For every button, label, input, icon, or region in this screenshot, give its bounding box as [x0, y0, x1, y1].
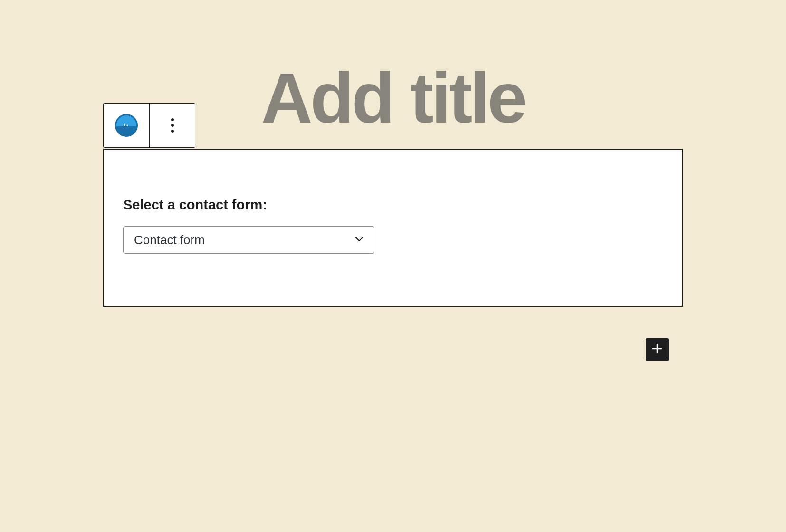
mountain-icon [115, 114, 138, 137]
contact-form-block: Select a contact form: Contact form [103, 149, 683, 307]
add-block-button[interactable] [646, 338, 669, 361]
plus-icon [650, 342, 664, 358]
block-toolbar [103, 103, 195, 148]
page-title-input[interactable]: Add title [261, 57, 525, 139]
select-value: Contact form [134, 233, 205, 247]
select-label: Select a contact form: [123, 197, 663, 213]
editor-area: Select a contact form: Contact form [103, 149, 683, 307]
contact-form-select[interactable]: Contact form [123, 226, 374, 254]
block-more-options-button[interactable] [149, 104, 195, 147]
block-type-button[interactable] [104, 104, 149, 147]
vertical-ellipsis-icon [171, 118, 174, 133]
